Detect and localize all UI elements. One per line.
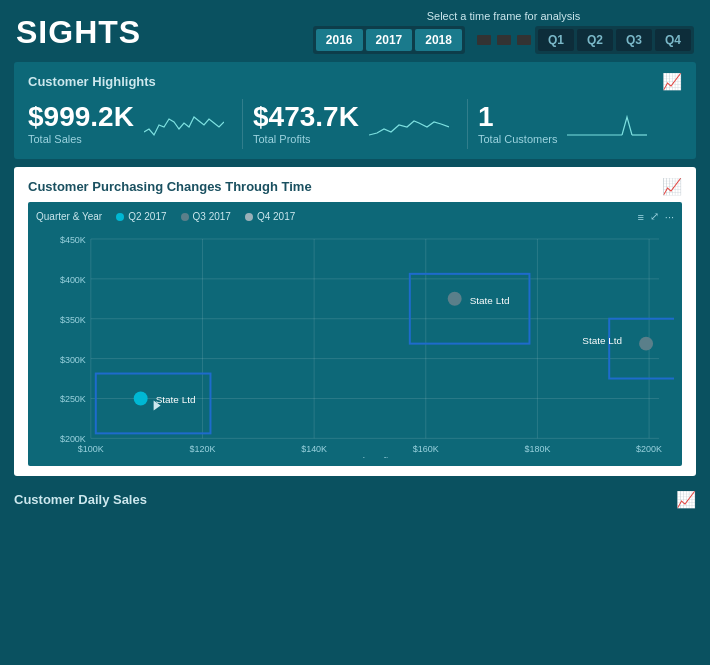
- quarter-btn-q1[interactable]: Q1: [538, 29, 574, 51]
- kpi-divider-2: [467, 99, 468, 149]
- purchasing-changes-section: Customer Purchasing Changes Through Time…: [14, 167, 696, 476]
- chart-controls: ≡ ⤢ ···: [637, 210, 674, 223]
- svg-text:$140K: $140K: [301, 444, 327, 454]
- kpi-profits-value: $473.7K: [253, 103, 359, 131]
- svg-text:$350K: $350K: [60, 315, 86, 325]
- legend-label-q3: Q3 2017: [193, 211, 231, 222]
- sales-sparkline: [144, 107, 224, 142]
- svg-text:State Ltd: State Ltd: [582, 335, 622, 346]
- win-ctrl-1: [477, 35, 491, 45]
- customers-sparkline: [567, 107, 647, 142]
- kpi-profits-text: $473.7K Total Profits: [253, 103, 359, 145]
- app-title: SIGHTS: [16, 14, 141, 51]
- svg-text:$120K: $120K: [190, 444, 216, 454]
- legend-dot-q4: [245, 213, 253, 221]
- svg-rect-2: [36, 229, 674, 458]
- chart-inner-container: Quarter & Year Q2 2017 Q3 2017 Q4 2017 ≡…: [28, 202, 682, 466]
- legend-q4-2017: Q4 2017: [245, 211, 295, 222]
- scatter-point-q2: [134, 391, 148, 405]
- kpi-sales-label: Total Sales: [28, 133, 134, 145]
- quarter-btn-q3[interactable]: Q3: [616, 29, 652, 51]
- kpi-sales-value: $999.2K: [28, 103, 134, 131]
- kpi-total-profits: $473.7K Total Profits: [253, 103, 457, 145]
- kpi-total-customers: 1 Total Customers: [478, 103, 682, 145]
- svg-text:$300K: $300K: [60, 355, 86, 365]
- daily-sales-section-header: Customer Daily Sales 📈: [0, 484, 710, 515]
- profits-sparkline: [369, 107, 449, 142]
- svg-text:$450K: $450K: [60, 235, 86, 245]
- kpi-profits-label: Total Profits: [253, 133, 359, 145]
- window-controls: [477, 35, 531, 45]
- customer-highlights-header: Customer Highlights 📈: [28, 72, 682, 91]
- svg-text:Total Profits: Total Profits: [344, 455, 396, 458]
- time-frame-label: Select a time frame for analysis: [427, 10, 580, 22]
- svg-text:$160K: $160K: [413, 444, 439, 454]
- scatter-chart: Total Sales $450K $400K $350K $300K $250…: [36, 229, 674, 458]
- time-frame-section: Select a time frame for analysis 2016 20…: [313, 10, 694, 54]
- customer-highlights-section: Customer Highlights 📈 $999.2K Total Sale…: [14, 62, 696, 159]
- daily-sales-title: Customer Daily Sales: [14, 492, 147, 507]
- svg-text:$250K: $250K: [60, 394, 86, 404]
- kpi-sales-text: $999.2K Total Sales: [28, 103, 134, 145]
- svg-text:$200K: $200K: [60, 434, 86, 444]
- kpi-divider-1: [242, 99, 243, 149]
- legend-label-prefix: Quarter & Year: [36, 211, 102, 222]
- chart-inner-header: Quarter & Year Q2 2017 Q3 2017 Q4 2017 ≡…: [36, 210, 674, 223]
- svg-text:$100K: $100K: [78, 444, 104, 454]
- legend-dot-q3: [181, 213, 189, 221]
- daily-sales-icon: 📈: [676, 490, 696, 509]
- year-btn-2017[interactable]: 2017: [366, 29, 413, 51]
- header: SIGHTS Select a time frame for analysis …: [0, 0, 710, 54]
- chart-more-icon[interactable]: ···: [665, 211, 674, 223]
- kpi-row: $999.2K Total Sales $473.7K Total Profit…: [28, 99, 682, 149]
- chart-expand-icon[interactable]: ⤢: [650, 210, 659, 223]
- year-btn-2018[interactable]: 2018: [415, 29, 462, 51]
- svg-text:State Ltd: State Ltd: [156, 394, 196, 405]
- kpi-customers-text: 1 Total Customers: [478, 103, 557, 145]
- scatter-point-q3: [448, 292, 462, 306]
- quarter-btn-q4[interactable]: Q4: [655, 29, 691, 51]
- legend-dot-q2: [116, 213, 124, 221]
- legend-label-q2: Q2 2017: [128, 211, 166, 222]
- svg-text:State Ltd: State Ltd: [470, 295, 510, 306]
- legend-q2-2017: Q2 2017: [116, 211, 166, 222]
- customer-highlights-title: Customer Highlights: [28, 74, 156, 89]
- purchasing-changes-header: Customer Purchasing Changes Through Time…: [28, 177, 682, 196]
- purchasing-changes-title: Customer Purchasing Changes Through Time: [28, 179, 312, 194]
- chart-menu-icon[interactable]: ≡: [637, 211, 643, 223]
- chart-trend-icon: 📈: [662, 72, 682, 91]
- kpi-customers-label: Total Customers: [478, 133, 557, 145]
- kpi-customers-value: 1: [478, 103, 557, 131]
- legend-label-q4: Q4 2017: [257, 211, 295, 222]
- quarter-btn-q2[interactable]: Q2: [577, 29, 613, 51]
- win-ctrl-3: [517, 35, 531, 45]
- year-btn-2016[interactable]: 2016: [316, 29, 363, 51]
- quarter-button-group: Q1 Q2 Q3 Q4: [535, 26, 694, 54]
- legend-q3-2017: Q3 2017: [181, 211, 231, 222]
- svg-text:$400K: $400K: [60, 275, 86, 285]
- purchasing-chart-icon: 📈: [662, 177, 682, 196]
- kpi-total-sales: $999.2K Total Sales: [28, 103, 232, 145]
- win-ctrl-2: [497, 35, 511, 45]
- chart-legend: Quarter & Year Q2 2017 Q3 2017 Q4 2017: [36, 211, 295, 222]
- svg-text:$200K: $200K: [636, 444, 662, 454]
- svg-text:$180K: $180K: [524, 444, 550, 454]
- year-button-group: 2016 2017 2018: [313, 26, 465, 54]
- scatter-point-q4: [639, 337, 653, 351]
